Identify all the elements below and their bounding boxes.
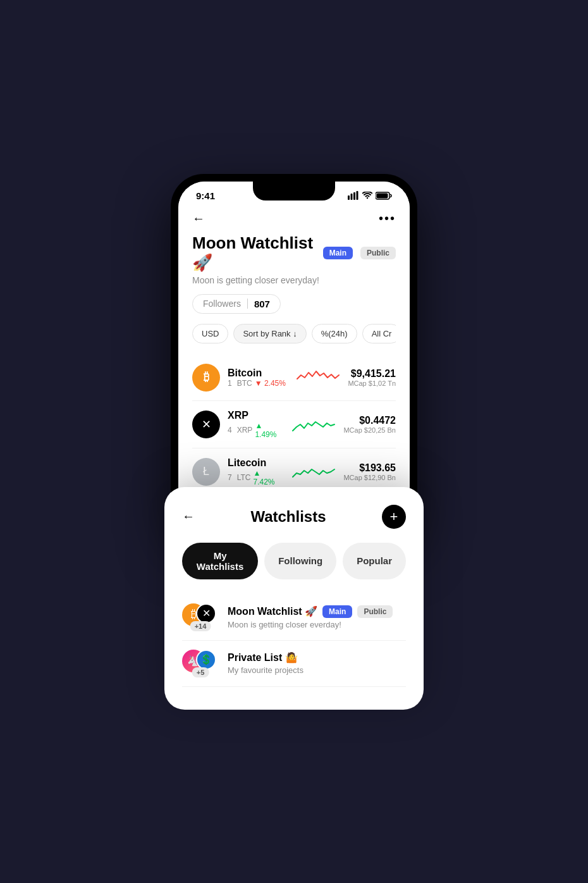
- tab-my-watchlists[interactable]: My Watchlists: [182, 543, 258, 579]
- wl-moon-desc: Moon is getting closer everday!: [228, 620, 406, 629]
- bottom-sheet: ← Watchlists + My Watchlists Following P…: [164, 487, 424, 710]
- sheet-title: Watchlists: [250, 508, 326, 526]
- xrp-meta: 4 XRP ▲ 1.49%: [228, 421, 284, 439]
- phone-back-button[interactable]: ←: [192, 211, 205, 226]
- svg-rect-0: [348, 195, 350, 200]
- filter-usd-label: USD: [202, 329, 219, 338]
- badge-public: Public: [360, 247, 396, 259]
- wl-moon-info: Moon Watchlist 🚀 Main Public Moon is get…: [228, 605, 406, 629]
- xrp-icon: ✕: [192, 411, 220, 438]
- battery-icon: [376, 192, 392, 200]
- filter-change[interactable]: %(24h): [312, 324, 357, 343]
- phone-content: ← ••• Moon Watchlist 🚀 Main Public Moon …: [178, 201, 410, 530]
- followers-count: 807: [254, 299, 270, 309]
- wl-moon-name-row: Moon Watchlist 🚀 Main Public: [228, 605, 406, 618]
- ltc-price-block: $193.65 MCap $12,90 Bn: [343, 462, 396, 481]
- filter-usd[interactable]: USD: [192, 324, 228, 343]
- wl-moon-name: Moon Watchlist 🚀: [228, 605, 317, 617]
- btc-price: $9,415.21: [348, 368, 396, 380]
- btc-name: Bitcoin: [228, 367, 288, 379]
- svg-rect-5: [377, 193, 388, 198]
- svg-rect-2: [353, 192, 355, 200]
- xrp-info: XRP 4 XRP ▲ 1.49%: [228, 410, 284, 439]
- coin-row-xrp[interactable]: ✕ XRP 4 XRP ▲ 1.49%: [192, 401, 396, 448]
- coin-list: ₿ Bitcoin 1 BTC ▼ 2.45%: [192, 355, 396, 496]
- svg-rect-1: [351, 194, 353, 200]
- wl-moon-icons: ₿ ✕ +14: [182, 603, 219, 631]
- filter-change-label: %(24h): [321, 329, 348, 338]
- notch: [253, 182, 335, 201]
- wl-private-desc: My favourite projects: [228, 665, 406, 675]
- xrp-price-block: $0.4472 MCap $20,25 Bn: [343, 415, 396, 434]
- status-icons: [348, 191, 392, 200]
- btc-icon: ₿: [192, 364, 220, 392]
- watchlist-header: Moon Watchlist 🚀 Main Public Moon is get…: [192, 233, 396, 285]
- wl-private-info: Private List 🤷 My favourite projects: [228, 651, 406, 675]
- filter-allcr[interactable]: All Cr: [362, 324, 396, 343]
- filter-sort-label: Sort by Rank ↓: [243, 329, 297, 338]
- filter-allcr-label: All Cr: [372, 329, 392, 338]
- xrp-name: XRP: [228, 410, 284, 421]
- sheet-back-button[interactable]: ←: [182, 509, 195, 524]
- ltc-info: Litecoin 7 LTC ▲ 7.42%: [228, 457, 284, 486]
- btc-mcap: MCap $1,02 Tn: [348, 380, 396, 387]
- sheet-nav: ← Watchlists +: [182, 505, 406, 529]
- ltc-rank: 7: [228, 473, 232, 482]
- xrp-change: ▲ 1.49%: [255, 421, 284, 439]
- ltc-symbol: LTC: [237, 473, 251, 482]
- phone-screen: 9:41: [178, 182, 410, 530]
- signal-icon: [348, 191, 359, 200]
- btc-chart: [296, 366, 340, 389]
- watchlist-title: Moon Watchlist 🚀: [192, 233, 315, 273]
- tab-following[interactable]: Following: [264, 543, 336, 579]
- xrp-rank: 4: [228, 426, 232, 435]
- ltc-icon: Ł: [192, 458, 220, 486]
- wl-moon-badge-public: Public: [357, 605, 393, 618]
- xrp-price: $0.4472: [343, 415, 396, 426]
- wl-moon-plus: +14: [190, 621, 211, 631]
- watchlist-item-private[interactable]: 🦄 💲 +5 Private List 🤷 My favourite proje…: [182, 641, 406, 687]
- more-options-button[interactable]: •••: [379, 211, 396, 226]
- btc-symbol: BTC: [237, 379, 252, 388]
- wl-private-plus: +5: [192, 667, 209, 677]
- btc-price-block: $9,415.21 MCap $1,02 Tn: [348, 368, 396, 387]
- watchlist-title-row: Moon Watchlist 🚀 Main Public: [192, 233, 396, 273]
- phone-frame: 9:41: [171, 174, 417, 538]
- btc-rank: 1: [228, 379, 232, 388]
- outer-wrapper: 9:41: [158, 174, 430, 710]
- phone-nav: ← •••: [192, 201, 396, 233]
- xrp-chart: [291, 413, 336, 436]
- watchlist-subtitle: Moon is getting closer everyday!: [192, 275, 396, 285]
- xrp-mcap: MCap $20,25 Bn: [343, 426, 396, 434]
- coin-row-btc[interactable]: ₿ Bitcoin 1 BTC ▼ 2.45%: [192, 355, 396, 401]
- filter-sort[interactable]: Sort by Rank ↓: [233, 324, 306, 343]
- filter-row: USD Sort by Rank ↓ %(24h) All Cr: [192, 324, 396, 343]
- btc-info: Bitcoin 1 BTC ▼ 2.45%: [228, 367, 288, 388]
- followers-label: Followers: [203, 299, 241, 309]
- ltc-meta: 7 LTC ▲ 7.42%: [228, 469, 284, 486]
- ltc-change: ▲ 7.42%: [253, 469, 284, 486]
- followers-pill[interactable]: Followers 807: [192, 294, 281, 314]
- wl-private-name-row: Private List 🤷: [228, 651, 406, 664]
- tab-popular[interactable]: Popular: [343, 543, 406, 579]
- wl-private-name: Private List 🤷: [228, 651, 298, 664]
- followers-divider: [247, 299, 248, 309]
- wifi-icon: [362, 192, 372, 199]
- badge-main: Main: [323, 247, 353, 259]
- add-watchlist-button[interactable]: +: [382, 505, 406, 529]
- wl-moon-badge-main: Main: [322, 605, 352, 618]
- btc-meta: 1 BTC ▼ 2.45%: [228, 379, 288, 388]
- tab-row: My Watchlists Following Popular: [182, 543, 406, 579]
- xrp-symbol: XRP: [237, 426, 253, 435]
- btc-change: ▼ 2.45%: [255, 379, 286, 388]
- status-time: 9:41: [196, 190, 215, 201]
- watchlist-item-moon[interactable]: ₿ ✕ +14 Moon Watchlist 🚀 Main Public Moo…: [182, 595, 406, 641]
- ltc-name: Litecoin: [228, 457, 284, 469]
- ltc-price: $193.65: [343, 462, 396, 474]
- ltc-mcap: MCap $12,90 Bn: [343, 474, 396, 481]
- svg-rect-3: [357, 191, 358, 200]
- ltc-chart: [291, 460, 336, 483]
- wl-private-icons: 🦄 💲 +5: [182, 650, 219, 677]
